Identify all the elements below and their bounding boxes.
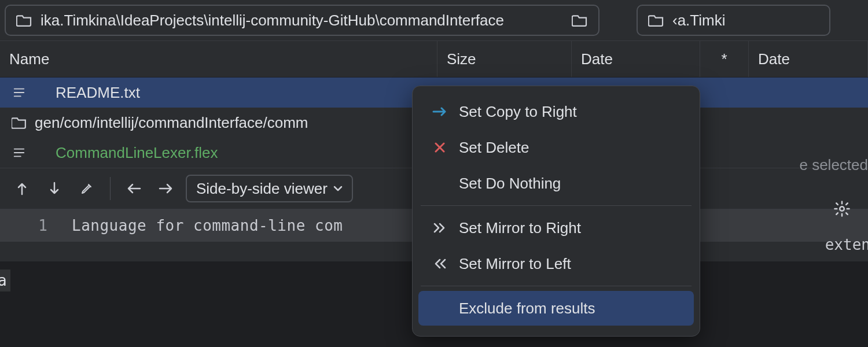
placeholder-right-panel: e selected: [799, 156, 868, 174]
menu-exclude-results[interactable]: Exclude from results: [418, 291, 694, 326]
file-name: CommandLineLexer.flex: [56, 144, 218, 162]
svg-point-0: [840, 206, 844, 211]
column-headers: Name Size Date * Date: [0, 40, 868, 77]
menu-separator: [421, 286, 692, 286]
path-text-right: ‹a.Timki: [672, 12, 725, 29]
folder-icon: [10, 116, 28, 129]
file-name: README.txt: [56, 84, 140, 102]
column-size[interactable]: Size: [437, 41, 572, 77]
folder-icon: [572, 14, 588, 27]
path-text-left: ika.Timkina\IdeaProjects\intellij-commun…: [41, 12, 504, 29]
menu-label: Set Copy to Right: [459, 103, 577, 121]
column-star[interactable]: *: [700, 41, 749, 77]
path-chip-right[interactable]: ‹a.Timki: [637, 5, 830, 36]
menu-label: Set Delete: [459, 139, 529, 157]
menu-separator: [421, 205, 692, 206]
edit-button[interactable]: [74, 176, 100, 201]
menu-label: Set Mirror to Right: [459, 219, 581, 237]
left-code-stub: a: [0, 270, 10, 291]
folder-icon: [16, 14, 32, 27]
context-menu: Set Copy to Right Set Delete Set Do Noth…: [412, 86, 700, 337]
nav-back-button[interactable]: [121, 176, 146, 201]
viewer-mode-label: Side-by-side viewer: [196, 180, 328, 198]
menu-label: Set Mirror to Left: [459, 255, 571, 273]
chevron-down-icon: [333, 186, 343, 191]
menu-label: Exclude from results: [459, 300, 595, 318]
file-name: gen/com/intellij/commandInterface/comm: [35, 114, 308, 132]
separator: [110, 177, 111, 200]
file-text-icon: [10, 86, 28, 99]
chevrons-right-icon: [431, 222, 448, 234]
prev-diff-button[interactable]: [9, 176, 35, 201]
menu-set-copy-right[interactable]: Set Copy to Right: [418, 94, 694, 129]
column-date[interactable]: Date: [572, 41, 700, 77]
column-name[interactable]: Name: [0, 41, 437, 77]
path-chip-left[interactable]: ika.Timkina\IdeaProjects\intellij-commun…: [5, 5, 599, 36]
file-text-icon: [10, 146, 28, 159]
menu-set-delete[interactable]: Set Delete: [418, 130, 694, 165]
menu-set-mirror-left[interactable]: Set Mirror to Left: [418, 246, 694, 281]
line-number: 1: [0, 209, 58, 242]
right-code-stub: exten: [825, 236, 868, 253]
arrow-right-icon: [431, 106, 448, 117]
chevrons-left-icon: [431, 258, 448, 270]
next-diff-button[interactable]: [42, 176, 67, 201]
settings-button[interactable]: [833, 200, 851, 217]
folder-icon: [648, 14, 664, 27]
nav-forward-button[interactable]: [153, 176, 179, 201]
menu-set-do-nothing[interactable]: Set Do Nothing: [418, 166, 694, 201]
viewer-mode-dropdown[interactable]: Side-by-side viewer: [186, 175, 353, 202]
column-date-right[interactable]: Date: [749, 41, 868, 77]
menu-label: Set Do Nothing: [459, 175, 561, 193]
cross-icon: [431, 142, 448, 153]
path-bar: ika.Timkina\IdeaProjects\intellij-commun…: [0, 0, 868, 40]
menu-set-mirror-right[interactable]: Set Mirror to Right: [418, 211, 694, 245]
